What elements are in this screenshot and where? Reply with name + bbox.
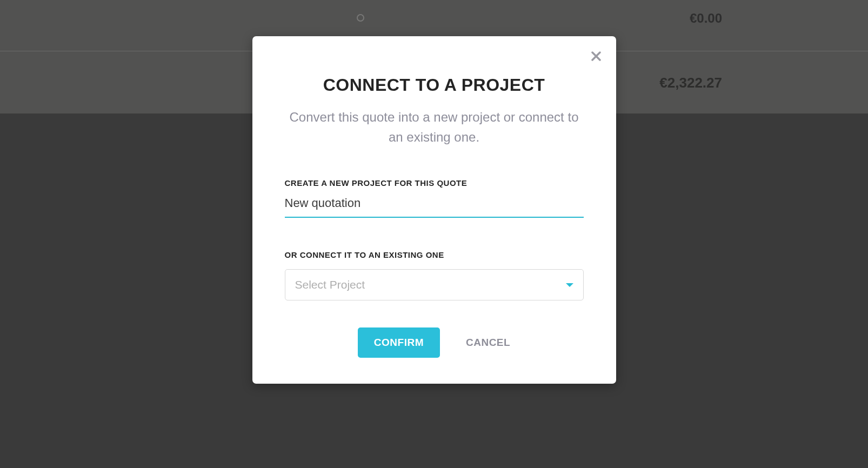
modal-actions: CONFIRM CANCEL [285,327,584,358]
confirm-button[interactable]: CONFIRM [358,327,440,358]
project-select-placeholder: Select Project [295,278,365,291]
modal-title: CONNECT TO A PROJECT [285,75,584,95]
project-select[interactable]: Select Project [285,269,584,300]
connect-project-label: OR CONNECT IT TO AN EXISTING ONE [285,250,584,259]
modal-subtitle: Convert this quote into a new project or… [285,107,584,147]
modal-overlay: CONNECT TO A PROJECT Convert this quote … [0,0,868,468]
project-name-input[interactable] [285,188,584,218]
create-project-section: CREATE A NEW PROJECT FOR THIS QUOTE [285,178,584,218]
close-button[interactable] [588,48,604,64]
create-project-label: CREATE A NEW PROJECT FOR THIS QUOTE [285,178,584,188]
cancel-button[interactable]: CANCEL [466,337,510,349]
connect-project-section: OR CONNECT IT TO AN EXISTING ONE Select … [285,250,584,300]
connect-project-modal: CONNECT TO A PROJECT Convert this quote … [252,36,616,384]
close-icon [591,48,601,65]
chevron-down-icon [566,283,573,287]
